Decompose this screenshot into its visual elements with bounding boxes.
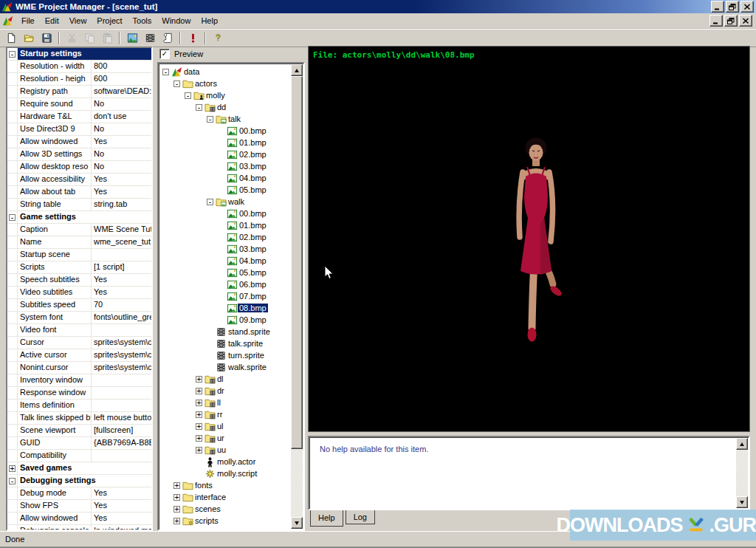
new-sprite-button[interactable]: [141, 30, 159, 47]
property-value[interactable]: [92, 249, 151, 261]
tab-log[interactable]: Log: [346, 510, 375, 524]
tree-item-turn-sprite[interactable]: turn.sprite: [159, 349, 291, 361]
tree-item-dd[interactable]: -dd: [159, 101, 291, 113]
menu-item-edit[interactable]: Edit: [40, 15, 64, 27]
tree-item-08-bmp[interactable]: 08.bmp: [159, 302, 291, 314]
mdi-close-button[interactable]: [739, 15, 752, 27]
property-row-debugging-console[interactable]: Debugging consoleIn windowed mode: [7, 525, 151, 531]
mdi-restore-button[interactable]: [724, 15, 738, 27]
tree-item-01-bmp[interactable]: 01.bmp: [159, 137, 291, 148]
property-value[interactable]: Yes: [92, 500, 151, 512]
tab-help[interactable]: Help: [310, 510, 343, 527]
tree-item-dr[interactable]: +dr: [159, 385, 291, 397]
tree-item-06-bmp[interactable]: 06.bmp: [159, 278, 291, 290]
expand-box-icon[interactable]: +: [196, 388, 202, 394]
property-row-caption[interactable]: CaptionWME Scene Tutorial: [7, 224, 151, 236]
tree-item-interface[interactable]: +interface: [159, 491, 291, 503]
tree-item-fonts[interactable]: +fonts: [159, 479, 291, 491]
tree-item-rr[interactable]: +rr: [159, 408, 291, 420]
property-value[interactable]: No: [92, 148, 151, 160]
cut-button[interactable]: [63, 30, 80, 47]
tree-item-molly-actor[interactable]: molly.actor: [159, 456, 291, 467]
tree-item-data[interactable]: -data: [159, 66, 291, 78]
save-button[interactable]: [38, 30, 55, 47]
open-project-button[interactable]: [20, 30, 38, 47]
property-row-allow-3d-settings[interactable]: Allow 3D settingsNo: [7, 148, 151, 161]
collapse-box-icon[interactable]: -: [207, 199, 213, 205]
property-value[interactable]: [1 script]: [92, 261, 151, 273]
property-row-scripts[interactable]: Scripts[1 script]: [7, 261, 151, 274]
paste-button[interactable]: [98, 30, 116, 47]
property-row-guid[interactable]: GUID{ABB7969A-B8B1-4: [7, 437, 151, 450]
about-help-button[interactable]: [209, 30, 227, 47]
menu-item-help[interactable]: Help: [196, 15, 223, 27]
tree-item-actors[interactable]: -actors: [159, 78, 291, 89]
menu-item-file[interactable]: File: [16, 15, 40, 27]
new-scene-button[interactable]: [123, 30, 141, 47]
property-row-talk-lines-skipped-by[interactable]: Talk lines skipped byleft mouse button: [7, 412, 151, 425]
menu-item-view[interactable]: View: [64, 15, 92, 27]
property-value[interactable]: 800: [92, 61, 151, 72]
property-value[interactable]: Yes: [92, 513, 151, 524]
expand-box-icon[interactable]: +: [173, 494, 180, 501]
scroll-up-button[interactable]: [291, 64, 303, 76]
tree-item-09-bmp[interactable]: 09.bmp: [159, 314, 291, 326]
property-row-nonint-cursor[interactable]: Nonint.cursorsprites\system\cur_: [7, 362, 151, 374]
property-row-allow-windowed[interactable]: Allow windowedYes: [7, 513, 151, 525]
tree-item-stand-sprite[interactable]: stand.sprite: [159, 326, 291, 338]
property-value[interactable]: Yes: [92, 186, 151, 198]
expand-box-icon[interactable]: +: [196, 411, 202, 418]
property-row-scene-viewport[interactable]: Scene viewport[fullscreen]: [7, 425, 151, 437]
tree-item-07-bmp[interactable]: 07.bmp: [159, 290, 291, 302]
property-row-inventory-window[interactable]: Inventory window: [7, 374, 151, 387]
tree-item-scenes[interactable]: +scenes: [159, 503, 291, 515]
tree-item-talk-sprite[interactable]: talk.sprite: [159, 338, 291, 349]
collapse-box-icon[interactable]: -: [9, 214, 16, 221]
run-game-button[interactable]: [184, 30, 202, 47]
property-value[interactable]: Yes: [92, 287, 151, 298]
property-value[interactable]: left mouse button: [92, 412, 151, 424]
tree-item-walk-sprite[interactable]: walk.sprite: [159, 361, 291, 373]
property-row-speech-subtitles[interactable]: Speech subtitlesYes: [7, 274, 151, 287]
property-row-name[interactable]: Namewme_scene_tut: [7, 236, 151, 249]
expand-box-icon[interactable]: +: [196, 423, 202, 430]
tree-item-05-bmp[interactable]: 05.bmp: [159, 184, 291, 196]
expand-box-icon[interactable]: +: [196, 435, 202, 442]
property-row-require-sound[interactable]: Require soundNo: [7, 98, 151, 111]
property-value[interactable]: fonts\outline_green: [92, 312, 151, 323]
property-row-debug-mode[interactable]: Debug modeYes: [7, 487, 151, 500]
property-row-registry-path[interactable]: Registry pathsoftware\DEAD:CO: [7, 86, 151, 98]
property-row-startup-scene[interactable]: Startup scene: [7, 249, 151, 261]
property-value[interactable]: 70: [92, 299, 151, 311]
property-value[interactable]: Yes: [92, 487, 151, 499]
tree-item-03-bmp[interactable]: 03.bmp: [159, 243, 291, 255]
property-value[interactable]: sprites\system\cur_: [92, 349, 151, 361]
tree-item-03-bmp[interactable]: 03.bmp: [159, 160, 291, 172]
property-row-compatibility[interactable]: Compatibility: [7, 450, 151, 462]
property-value[interactable]: Yes: [92, 174, 151, 185]
property-category-debugging-settings[interactable]: -Debugging settings: [7, 475, 151, 487]
new-script-button[interactable]: [159, 30, 176, 47]
property-row-string-table[interactable]: String tablestring.tab: [7, 199, 151, 211]
property-value[interactable]: [92, 450, 151, 462]
tree-item-ul[interactable]: +ul: [159, 420, 291, 432]
property-row-system-font[interactable]: System fontfonts\outline_green: [7, 312, 151, 324]
new-file-button[interactable]: [2, 30, 20, 47]
property-value[interactable]: Yes: [92, 274, 151, 286]
property-value[interactable]: {ABB7969A-B8B1-4: [92, 437, 151, 449]
collapse-box-icon[interactable]: -: [207, 116, 213, 123]
property-value[interactable]: software\DEAD:CO: [92, 86, 151, 97]
expand-box-icon[interactable]: +: [173, 506, 180, 513]
property-value[interactable]: sprites\system\cur_: [92, 362, 151, 374]
property-row-allow-accessibility[interactable]: Allow accessibilityYes: [7, 174, 151, 186]
close-button[interactable]: [740, 1, 754, 13]
property-row-cursor[interactable]: Cursorsprites\system\cur_: [7, 337, 151, 349]
property-row-hardware-t-l[interactable]: Hardware T&Ldon't use: [7, 111, 151, 123]
collapse-box-icon[interactable]: -: [196, 104, 202, 111]
copy-button[interactable]: [80, 30, 98, 47]
property-row-allow-about-tab[interactable]: Allow about tabYes: [7, 186, 151, 199]
help-scroll-up-button[interactable]: [736, 438, 748, 450]
tree-item-molly[interactable]: -molly: [159, 89, 291, 101]
tree-item-04-bmp[interactable]: 04.bmp: [159, 255, 291, 267]
tree-item-talk[interactable]: -talk: [159, 113, 291, 125]
